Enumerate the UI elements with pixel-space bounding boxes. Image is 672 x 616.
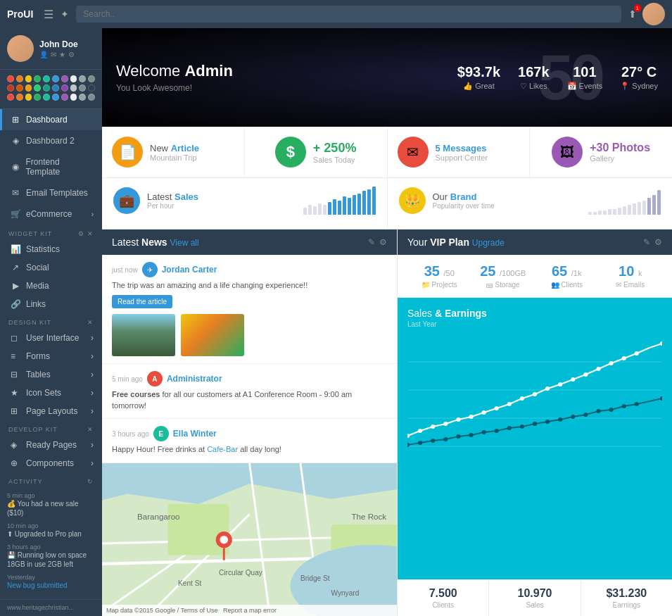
sidebar-item-components[interactable]: ⊕ Components › [0,454,102,472]
develop-kit-icon[interactable]: ✕ [87,426,94,433]
sidebar-item-icons[interactable]: ★ Icon Sets › [0,384,102,402]
color-dot[interactable] [70,75,77,82]
sales-footer-val-clients: 7.500 [405,587,481,600]
color-dot[interactable] [43,75,50,82]
color-dot[interactable] [25,84,32,92]
sidebar-item-ui[interactable]: ◻ User Interface › [0,329,102,347]
color-dot[interactable] [16,94,23,101]
color-dot[interactable] [88,84,95,92]
color-dot[interactable] [34,75,41,82]
news-time-3: 3 hours ago [112,430,149,438]
news-view-all[interactable]: View all [170,238,199,248]
widget-new-article[interactable]: 📄 New Article Mountain Trip [102,127,245,177]
search-input[interactable] [76,6,621,23]
settings-icon[interactable]: ✦ [61,8,69,20]
color-dot[interactable] [70,94,77,101]
vip-upgrade-link[interactable]: Upgrade [472,238,505,248]
profile-icon-star[interactable]: ★ [59,51,65,58]
widget-photos[interactable]: 🖼 +30 Photos Gallery [530,127,672,177]
vip-panel-title: Your VIP Plan Upgrade [407,237,505,248]
color-dot[interactable] [43,84,50,92]
widget-settings-icon[interactable]: ⚙ [78,230,84,237]
color-dot[interactable] [16,75,23,82]
news-text-1: The trip was an amazing and a life chang… [112,280,387,291]
sidebar-item-links[interactable]: 🔗 Links [0,295,102,313]
ecommerce-arrow: › [91,210,94,218]
chart-card-sales: 💼 Latest Sales Per hour [102,178,388,229]
tables-icon: ⊟ [11,370,20,379]
color-dot[interactable] [43,94,50,101]
news-author-1[interactable]: Jordan Carter [162,265,217,275]
svg-point-56 [558,417,562,422]
color-dot[interactable] [79,75,86,82]
profile-icon-user[interactable]: 👤 [39,51,48,58]
sidebar-item-layouts[interactable]: ⊞ Page Layouts › [0,402,102,420]
widget-close-icon[interactable]: ✕ [87,230,94,237]
components-arrow: › [91,458,94,468]
topbar-avatar[interactable] [642,3,665,25]
color-dot[interactable] [70,84,77,92]
color-dot[interactable] [7,75,14,82]
hero-stat-weather: 27° C 📍 Sydney [620,64,658,91]
sidebar-item-frontend[interactable]: ◉ Frontend Template [0,151,102,182]
sidebar-item-media[interactable]: ▶ Media [0,277,102,295]
svg-point-58 [583,413,588,417]
news-settings-icon[interactable]: ⚙ [379,237,387,247]
color-dot[interactable] [61,84,68,92]
sales-footer: 7.500 Clients 10.970 Sales $31.230 Earni… [398,579,672,616]
svg-point-59 [596,409,600,413]
svg-point-47 [443,437,448,441]
svg-point-43 [660,341,662,346]
hero-stat-label-events: 📅 Events [567,82,603,91]
color-dot[interactable] [52,84,59,92]
color-dot[interactable] [88,75,95,82]
sidebar-item-social[interactable]: ↗ Social [0,258,102,277]
color-dot[interactable] [61,94,68,101]
svg-point-38 [583,372,588,377]
design-kit-icon[interactable]: ✕ [87,319,94,326]
color-dot[interactable] [25,94,32,101]
sidebar-item-statistics[interactable]: 📊 Statistics [0,240,102,258]
layouts-arrow: › [91,406,94,416]
sidebar-item-dashboard[interactable]: ⊞ Dashboard [0,109,102,130]
sidebar-item-dashboard2[interactable]: ◈ Dashboard 2 [0,130,102,151]
color-dot[interactable] [79,94,86,101]
dashboard-icon: ⊞ [11,115,20,125]
color-dot[interactable] [79,84,86,92]
sidebar-item-label-tables: Tables [26,370,85,379]
activity-text-4[interactable]: New bug submitted [7,581,95,590]
profile-icon-gear[interactable]: ⚙ [68,51,75,58]
vip-panel-header: Your VIP Plan Upgrade ✎ ⚙ [398,230,672,255]
color-dot[interactable] [34,94,41,101]
widget-messages[interactable]: ✉ 5 Messages Support Center [388,127,531,177]
color-dot[interactable] [7,84,14,92]
color-dot[interactable] [52,75,59,82]
color-dot[interactable] [34,84,41,92]
color-dot[interactable] [61,75,68,82]
news-author-2[interactable]: Administrator [167,374,222,384]
profile-icon-mail[interactable]: ✉ [51,51,56,58]
color-dot[interactable] [88,94,95,101]
sidebar-item-ecommerce[interactable]: 🛒 eCommerce › [0,203,102,225]
hero-stats: $93.7k 👍 Great 167k ♡ Likes 101 📅 Events… [457,64,658,91]
news-edit-icon[interactable]: ✎ [368,237,375,247]
news-map: Barangaroo The Rock Kent St Bridge St Ci… [102,463,397,616]
widget-sales-pct[interactable]: $ + 250% Sales Today [245,127,388,177]
color-dot[interactable] [16,84,23,92]
svg-point-33 [520,396,524,401]
sidebar-item-forms[interactable]: ≡ Forms › [0,347,102,365]
sidebar-item-ready[interactable]: ◈ Ready Pages › [0,436,102,454]
sidebar-item-email[interactable]: ✉ Email Templates [0,182,102,203]
vip-edit-icon[interactable]: ✎ [643,237,650,247]
color-dot[interactable] [52,94,59,101]
activity-refresh-icon[interactable]: ↻ [87,478,94,485]
menu-icon[interactable]: ☰ [44,8,53,21]
color-dot[interactable] [7,94,14,101]
article-icon: 📄 [112,137,143,168]
news-author-3[interactable]: Ella Winter [173,429,217,439]
vip-settings-icon[interactable]: ⚙ [654,237,662,247]
read-article-btn[interactable]: Read the article [112,295,172,308]
color-dot[interactable] [25,75,32,82]
share-icon[interactable]: ⬆1 [628,8,637,20]
sidebar-item-tables[interactable]: ⊟ Tables › [0,365,102,384]
